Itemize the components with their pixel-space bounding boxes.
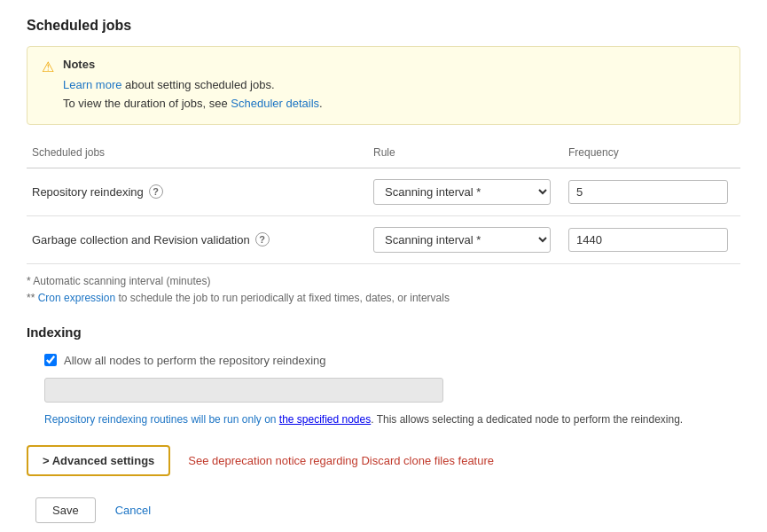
frequency-cell <box>563 226 740 254</box>
job-name-cell: Garbage collection and Revision validati… <box>27 231 368 248</box>
col-rule: Rule <box>368 143 563 162</box>
advanced-settings-button[interactable]: > Advanced settings <box>27 445 170 476</box>
allow-all-nodes-row: Allow all nodes to perform the repositor… <box>27 354 740 367</box>
scheduler-details-link[interactable]: Scheduler details <box>231 97 319 110</box>
frequency-input-reindexing[interactable] <box>568 180 728 204</box>
table-row: Garbage collection and Revision validati… <box>27 216 740 264</box>
nodes-input-bar <box>44 378 443 403</box>
rule-cell: Scanning interval *Cron expression **Dis… <box>368 177 563 207</box>
job-label-text: Garbage collection and Revision validati… <box>32 233 250 246</box>
notes-line1: Learn more about setting scheduled jobs. <box>63 76 725 95</box>
indexing-section: Indexing Allow all nodes to perform the … <box>27 325 740 427</box>
indexing-note: Repository reindexing routines will be r… <box>27 411 740 427</box>
notes-content: Notes Learn more about setting scheduled… <box>63 58 725 113</box>
allow-all-nodes-label: Allow all nodes to perform the repositor… <box>64 354 326 367</box>
rule-cell: Scanning interval *Cron expression **Dis… <box>368 225 563 254</box>
cancel-button[interactable]: Cancel <box>105 498 161 522</box>
job-label-text: Repository reindexing <box>32 185 144 199</box>
help-icon[interactable]: ? <box>255 232 270 246</box>
footnote2: ** Cron expression to schedule the job t… <box>27 290 740 307</box>
learn-more-link[interactable]: Learn more <box>63 78 121 91</box>
rule-select-garbage[interactable]: Scanning interval *Cron expression **Dis… <box>373 227 551 253</box>
advanced-settings-row: > Advanced settings See deprecation noti… <box>27 445 740 476</box>
cron-expression-link[interactable]: Cron expression <box>38 292 115 304</box>
col-frequency: Frequency <box>563 143 740 162</box>
footnotes: * Automatic scanning interval (minutes) … <box>27 273 740 307</box>
frequency-cell <box>563 178 740 206</box>
specified-nodes-link[interactable]: the specified nodes <box>279 413 371 426</box>
warning-icon: ⚠ <box>42 59 54 75</box>
indexing-title: Indexing <box>27 325 740 340</box>
help-icon[interactable]: ? <box>149 184 163 199</box>
notes-line2: To view the duration of jobs, see Schedu… <box>63 95 725 113</box>
jobs-table: Scheduled jobs Rule Frequency Repository… <box>27 143 740 264</box>
table-header: Scheduled jobs Rule Frequency <box>27 143 740 168</box>
actions-row: Save Cancel <box>27 497 740 523</box>
job-name-cell: Repository reindexing ? <box>27 183 368 200</box>
save-button[interactable]: Save <box>35 497 96 523</box>
page-title: Scheduled jobs <box>27 18 740 34</box>
table-row: Repository reindexing ? Scanning interva… <box>27 168 740 216</box>
notes-title: Notes <box>63 58 725 71</box>
rule-select-reindexing[interactable]: Scanning interval *Cron expression **Dis… <box>373 179 551 205</box>
notes-box: ⚠ Notes Learn more about setting schedul… <box>27 46 740 125</box>
col-scheduled-jobs: Scheduled jobs <box>27 143 368 162</box>
allow-all-nodes-checkbox[interactable] <box>44 354 57 366</box>
footnote1: * Automatic scanning interval (minutes) <box>27 273 740 290</box>
deprecation-notice: See deprecation notice regarding Discard… <box>188 454 494 467</box>
frequency-input-garbage[interactable] <box>568 228 728 252</box>
